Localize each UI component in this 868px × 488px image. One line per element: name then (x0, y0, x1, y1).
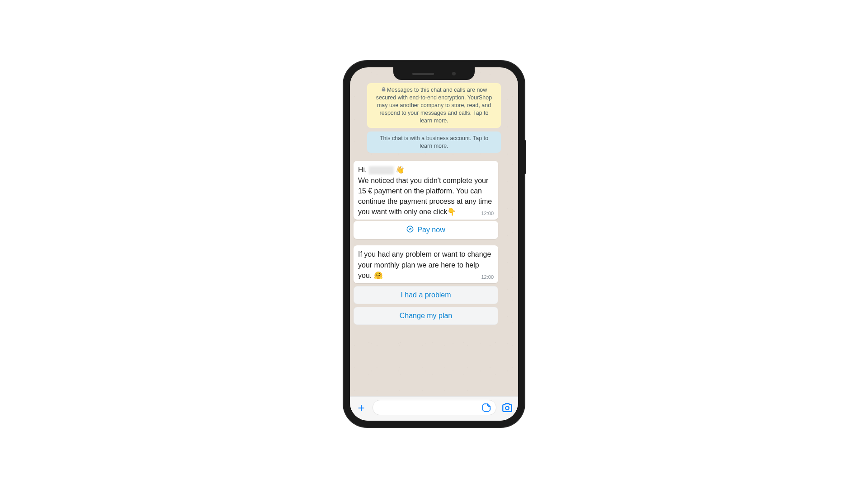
svg-point-2 (505, 406, 509, 410)
incoming-message[interactable]: If you had any problem or want to change… (354, 245, 498, 283)
encryption-banner[interactable]: Messages to this chat and calls are now … (367, 83, 501, 128)
pay-now-button[interactable]: Pay now (354, 221, 498, 239)
business-banner-text: This chat is with a business account. Ta… (380, 135, 488, 149)
sticker-button[interactable] (481, 403, 491, 413)
notch-speaker (412, 73, 434, 75)
quick-reply-change-plan[interactable]: Change my plan (354, 307, 498, 325)
message-input[interactable] (373, 400, 496, 415)
message-greeting-prefix: Hi, (358, 166, 369, 174)
message-time: 12:00 (481, 274, 494, 281)
camera-icon (501, 402, 513, 413)
lock-icon (381, 86, 386, 94)
quick-reply-label: Change my plan (400, 312, 453, 319)
phone-power-button (524, 140, 526, 174)
plus-icon: + (358, 401, 364, 415)
screen: Messages to this chat and calls are now … (350, 67, 518, 421)
message-group: If you had any problem or want to change… (354, 245, 514, 325)
attach-button[interactable]: + (354, 401, 368, 414)
chat-area[interactable]: Messages to this chat and calls are now … (350, 67, 518, 396)
phone-frame: Messages to this chat and calls are now … (344, 61, 524, 427)
external-link-icon (406, 225, 414, 235)
quick-reply-problem[interactable]: I had a problem (354, 286, 498, 304)
message-group: Hi, 👋 We noticed that you didn't complet… (354, 161, 514, 239)
message-time: 12:00 (481, 210, 494, 217)
encryption-banner-text: Messages to this chat and calls are now … (376, 87, 492, 124)
incoming-message[interactable]: Hi, 👋 We noticed that you didn't complet… (354, 161, 498, 220)
quick-reply-label: I had a problem (401, 291, 451, 299)
message-body: If you had any problem or want to change… (358, 250, 491, 279)
input-bar: + (350, 396, 518, 421)
pay-now-label: Pay now (417, 226, 445, 234)
camera-button[interactable] (501, 401, 514, 414)
redacted-name (369, 166, 394, 174)
notch-camera (452, 72, 456, 75)
phone-notch (393, 67, 475, 80)
sticker-icon (481, 403, 491, 413)
svg-rect-0 (382, 89, 385, 91)
business-banner[interactable]: This chat is with a business account. Ta… (367, 131, 501, 153)
